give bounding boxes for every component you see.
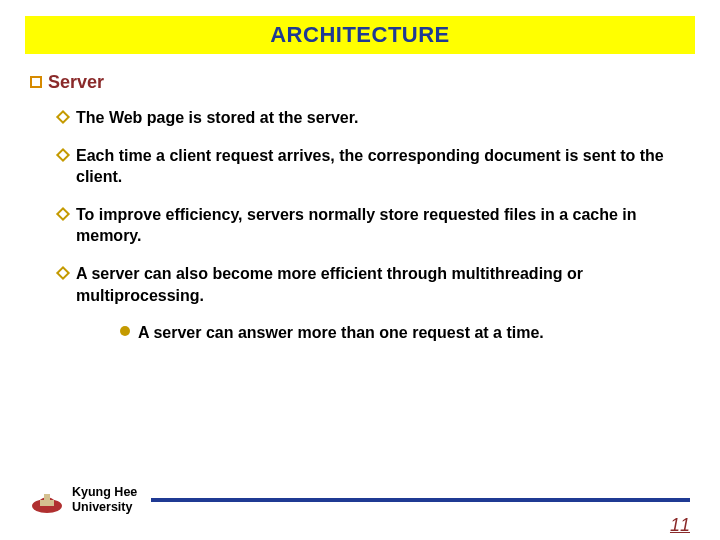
- level3-group: A server can answer more than one reques…: [120, 322, 690, 344]
- level2-text: A server can also become more efficient …: [76, 263, 690, 306]
- level2-group: The Web page is stored at the server. Ea…: [58, 107, 690, 344]
- slide-title: ARCHITECTURE: [270, 22, 450, 48]
- level2-item: The Web page is stored at the server.: [58, 107, 690, 129]
- square-bullet-icon: [30, 76, 42, 88]
- university-line2: University: [72, 500, 137, 514]
- level2-text: The Web page is stored at the server.: [76, 107, 358, 129]
- diamond-bullet-icon: [56, 110, 70, 124]
- university-name: Kyung Hee University: [72, 485, 137, 514]
- level2-item: Each time a client request arrives, the …: [58, 145, 690, 188]
- footer: Kyung Hee University: [30, 485, 690, 514]
- page-number: 11: [670, 515, 690, 536]
- content-area: Server The Web page is stored at the ser…: [30, 72, 690, 358]
- svg-rect-2: [40, 500, 54, 506]
- level3-item: A server can answer more than one reques…: [120, 322, 690, 344]
- diamond-bullet-icon: [56, 207, 70, 221]
- level1-item: Server: [30, 72, 690, 93]
- title-bar: ARCHITECTURE: [25, 16, 695, 54]
- level3-text: A server can answer more than one reques…: [138, 322, 544, 344]
- footer-rule: [151, 498, 690, 502]
- diamond-bullet-icon: [56, 148, 70, 162]
- university-line1: Kyung Hee: [72, 485, 137, 499]
- level2-item: To improve efficiency, servers normally …: [58, 204, 690, 247]
- diamond-bullet-icon: [56, 266, 70, 280]
- level2-text: To improve efficiency, servers normally …: [76, 204, 690, 247]
- level1-label: Server: [48, 72, 104, 93]
- level2-text: Each time a client request arrives, the …: [76, 145, 690, 188]
- disc-bullet-icon: [120, 326, 130, 336]
- level2-item: A server can also become more efficient …: [58, 263, 690, 306]
- university-logo-icon: [30, 486, 64, 514]
